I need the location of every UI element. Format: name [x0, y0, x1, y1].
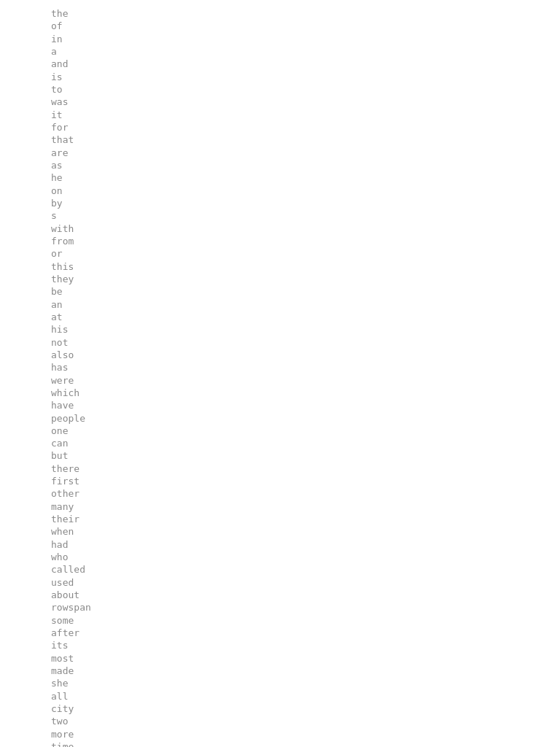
list-item: who: [51, 551, 560, 563]
list-item: have: [51, 399, 560, 411]
list-item: many: [51, 500, 560, 513]
list-item: two: [51, 715, 560, 727]
list-item: she: [51, 677, 560, 689]
list-item: that: [51, 133, 560, 146]
list-item: the: [51, 7, 560, 20]
list-item: for: [51, 121, 560, 133]
list-item: he: [51, 171, 560, 184]
list-item: rowspan: [51, 601, 560, 614]
list-item: or: [51, 247, 560, 260]
word-list: theofinaandistowasitforthatareasheonbysw…: [51, 7, 560, 747]
list-item: time: [51, 740, 560, 747]
list-item: to: [51, 83, 560, 96]
list-item: and: [51, 58, 560, 70]
list-item: a: [51, 45, 560, 58]
list-item: be: [51, 285, 560, 298]
list-item: can: [51, 437, 560, 449]
list-item: most: [51, 652, 560, 665]
list-item: more: [51, 728, 560, 740]
list-item: at: [51, 311, 560, 323]
list-item: city: [51, 703, 560, 715]
list-item: has: [51, 361, 560, 374]
list-item: used: [51, 576, 560, 589]
list-item: his: [51, 323, 560, 336]
list-item: also: [51, 349, 560, 361]
list-item: about: [51, 589, 560, 601]
list-item: this: [51, 260, 560, 273]
list-item: their: [51, 513, 560, 525]
list-item: in: [51, 33, 560, 45]
list-item: s: [51, 209, 560, 222]
list-item: as: [51, 159, 560, 171]
list-item: with: [51, 222, 560, 235]
list-item: called: [51, 563, 560, 576]
list-item: it: [51, 109, 560, 121]
list-item: all: [51, 690, 560, 703]
list-item: which: [51, 387, 560, 399]
list-item: there: [51, 462, 560, 475]
list-item: but: [51, 449, 560, 462]
list-item: from: [51, 235, 560, 247]
list-item: made: [51, 665, 560, 677]
list-item: one: [51, 425, 560, 437]
list-item: after: [51, 627, 560, 639]
list-item: was: [51, 96, 560, 108]
list-item: when: [51, 525, 560, 538]
list-item: people: [51, 412, 560, 425]
list-item: on: [51, 185, 560, 197]
list-item: had: [51, 538, 560, 551]
list-item: of: [51, 20, 560, 32]
list-item: an: [51, 298, 560, 311]
list-item: by: [51, 197, 560, 209]
list-item: other: [51, 487, 560, 500]
list-item: is: [51, 71, 560, 83]
list-item: they: [51, 273, 560, 285]
list-item: are: [51, 147, 560, 159]
list-item: first: [51, 475, 560, 487]
list-item: were: [51, 374, 560, 387]
list-item: not: [51, 336, 560, 349]
list-item: some: [51, 614, 560, 627]
list-item: its: [51, 639, 560, 651]
